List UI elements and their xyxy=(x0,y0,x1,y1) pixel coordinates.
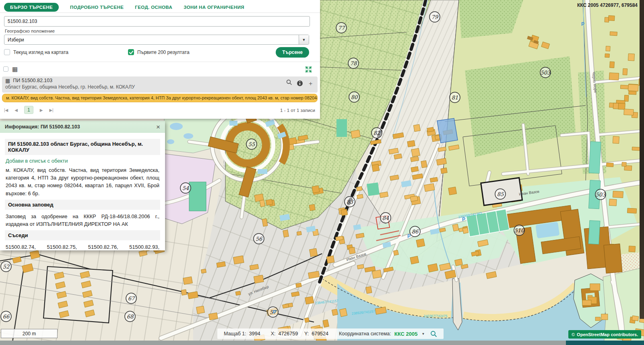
bottom-edge-strip-dark xyxy=(566,341,644,345)
first-200-results-checkbox[interactable] xyxy=(128,49,134,55)
select-all-results-checkbox[interactable] xyxy=(3,66,8,72)
order-text: Заповед за одобрение на КККР РД-18-46/18… xyxy=(6,213,159,228)
neighbors-list: 51500.82.74, 51500.82.75, 51500.82.76, 5… xyxy=(6,243,159,250)
last-page-button[interactable]: ▶| xyxy=(49,108,53,112)
svg-text:79: 79 xyxy=(431,14,439,20)
parcel-header: ПИ 51500.82.103 област Бургас, община Не… xyxy=(5,139,160,155)
close-icon[interactable]: × xyxy=(156,124,160,130)
order-heading: Основна заповед xyxy=(5,200,160,210)
application-window: 7779788081828384858651050350355545657526… xyxy=(0,0,644,345)
svg-text:P: P xyxy=(273,309,276,315)
svg-text:240367/742475: 240367/742475 xyxy=(423,314,447,318)
current-map-view-label: Текущ изглед на картата xyxy=(13,50,68,55)
parcel-description: м. КОКАЛУ, вид собств. Частна, вид терит… xyxy=(6,166,159,197)
svg-text:78: 78 xyxy=(350,60,357,66)
y-label: Y: xyxy=(304,331,309,337)
search-panel: БЪРЗО ТЪРСЕНЕ ПОДРОБНО ТЪРСЕНЕ ГЕОД. ОСН… xyxy=(0,0,320,119)
first-page-button[interactable]: |◀ xyxy=(4,108,8,112)
tab-quick-search[interactable]: БЪРЗО ТЪРСЕНЕ xyxy=(4,3,59,12)
chevron-down-icon[interactable]: ▼ xyxy=(299,35,309,44)
cursor-coordinates-readout: ККС 2005 4726977, 679584 xyxy=(577,2,638,8)
geo-location-label: Географско положение xyxy=(5,29,55,33)
svg-text:P: P xyxy=(581,21,584,27)
prev-page-button[interactable]: ◀ xyxy=(14,108,18,112)
svg-text:86: 86 xyxy=(412,229,419,235)
svg-text:68: 68 xyxy=(127,314,134,320)
current-map-view-checkbox[interactable] xyxy=(4,49,10,55)
results-divider xyxy=(0,62,320,62)
current-page-button[interactable]: 1 xyxy=(24,106,33,114)
crs-value[interactable]: ККС 2005 xyxy=(394,331,418,337)
next-page-button[interactable]: ▶ xyxy=(40,108,43,112)
coordinate-search-icon[interactable] xyxy=(430,331,437,337)
map-edge-strip xyxy=(640,0,644,319)
y-value: 679524 xyxy=(312,331,328,337)
add-result-icon[interactable]: ＋ xyxy=(308,80,314,86)
result-title: ПИ 51500.82.103 xyxy=(13,78,52,83)
map-scale-bar: 200 m xyxy=(1,329,58,338)
svg-text:P: P xyxy=(462,217,465,222)
svg-text:P: P xyxy=(407,233,411,239)
x-label: X: xyxy=(271,331,276,337)
expand-results-icon[interactable] xyxy=(305,66,312,73)
zoom-to-result-icon[interactable] xyxy=(286,79,292,87)
svg-text:503: 503 xyxy=(541,70,551,76)
search-tabs: БЪРЗО ТЪРСЕНЕ ПОДРОБНО ТЪРСЕНЕ ГЕОД. ОСН… xyxy=(0,0,320,13)
svg-text:81: 81 xyxy=(452,95,458,101)
svg-text:80: 80 xyxy=(351,94,358,100)
tab-detailed-search[interactable]: ПОДРОБНО ТЪРСЕНЕ xyxy=(70,5,124,10)
result-info-icon[interactable] xyxy=(297,81,303,86)
neighbors-heading: Съседи xyxy=(5,230,160,240)
result-row[interactable]: ▦ ПИ 51500.82.103 област Бургас, община … xyxy=(2,76,318,93)
geo-location-selected-value: Избери xyxy=(4,35,309,45)
crs-label: Координатна система: xyxy=(339,331,391,337)
map-status-bar: Мащаб 1: 3994 X: 4726759 Y: 679524 Коорд… xyxy=(217,328,444,339)
svg-text:55: 55 xyxy=(248,141,255,147)
svg-text:52: 52 xyxy=(3,264,10,270)
osm-attribution-badge[interactable]: © OpenStreetMap contributors. xyxy=(568,330,641,339)
svg-text:56: 56 xyxy=(256,236,263,242)
pagination-summary: 1 - 1 от 1 записи xyxy=(280,108,315,113)
svg-text:510: 510 xyxy=(514,227,525,233)
result-detail-highlighted-row[interactable]: м. КОКАЛУ, вид собств. Частна, вид терит… xyxy=(2,94,318,102)
search-input[interactable] xyxy=(4,16,310,27)
add-to-object-list-link[interactable]: Добави в списък с обекти xyxy=(6,158,160,164)
crs-dropdown-arrow-icon[interactable]: ▼ xyxy=(421,332,425,336)
svg-text:66: 66 xyxy=(3,314,10,320)
result-subtitle: област Бургас, община Несебър, гр. Несеб… xyxy=(5,84,314,90)
first-200-results-label: Първите 200 резултата xyxy=(137,50,190,55)
svg-text:85: 85 xyxy=(497,191,504,197)
tab-restriction-zones[interactable]: ЗОНИ НА ОГРАНИЧЕНИЯ xyxy=(184,5,244,10)
svg-text:83: 83 xyxy=(347,199,354,205)
highlighted-parcel xyxy=(437,118,458,143)
scale-value[interactable]: 3994 xyxy=(249,331,260,337)
parcel-grid-icon: ▦ xyxy=(5,78,10,83)
svg-text:67: 67 xyxy=(128,295,135,302)
grid-view-icon[interactable]: ▦ xyxy=(12,66,18,72)
info-panel-title: Информация: ПИ 51500.82.103 xyxy=(5,124,80,130)
attribution-text: OpenStreetMap contributors. xyxy=(577,332,638,337)
tab-geodetic-base[interactable]: ГЕОД. ОСНОВА xyxy=(135,5,172,10)
svg-text:84: 84 xyxy=(382,215,389,221)
parcel-info-panel: Информация: ПИ 51500.82.103 × ПИ 51500.8… xyxy=(0,121,165,250)
x-value: 4726759 xyxy=(278,331,298,337)
scale-label: Мащаб 1: xyxy=(224,331,246,337)
svg-text:82: 82 xyxy=(374,130,380,136)
svg-text:54: 54 xyxy=(182,185,189,191)
svg-text:503: 503 xyxy=(596,192,607,198)
svg-text:77: 77 xyxy=(338,25,345,31)
copyright-icon: © xyxy=(572,332,575,337)
search-button[interactable]: Търсене xyxy=(276,47,309,58)
geo-location-select[interactable]: Избери ▼ xyxy=(4,35,309,45)
bottom-edge-strip xyxy=(0,341,644,345)
results-pagination: |◀ ◀ 1 ▶ ▶| xyxy=(4,106,54,114)
